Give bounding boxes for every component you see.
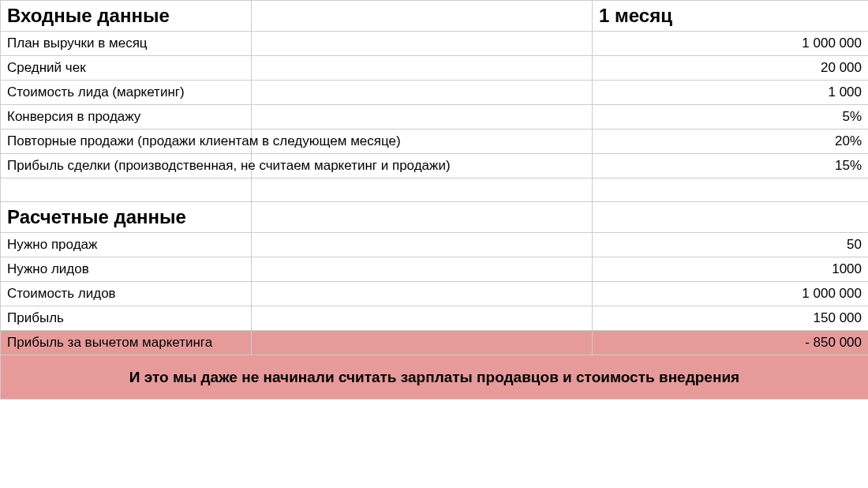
row-value[interactable]: 1 000 000 xyxy=(593,282,869,306)
table-row: Прибыль 150 000 xyxy=(1,306,869,331)
table-row: Нужно продаж 50 xyxy=(1,233,869,257)
row-label[interactable]: Стоимость лида (маркетинг) xyxy=(1,81,252,105)
row-label[interactable]: Повторные продажи (продажи клиентам в сл… xyxy=(1,130,252,154)
highlight-row: Прибыль за вычетом маркетинга - 850 000 xyxy=(1,331,869,355)
empty-row xyxy=(1,178,869,202)
row-value[interactable]: 15% xyxy=(593,154,869,178)
cell-empty[interactable] xyxy=(593,178,869,202)
footer-row: И это мы даже не начинали считать зарпла… xyxy=(1,355,869,400)
highlight-label[interactable]: Прибыль за вычетом маркетинга xyxy=(1,331,252,355)
month-label-cell[interactable]: 1 месяц xyxy=(593,1,869,32)
table-row: Конверсия в продажу 5% xyxy=(1,105,869,130)
calc-header-cell[interactable]: Расчетные данные xyxy=(1,202,252,233)
row-value[interactable]: 20% xyxy=(593,130,869,154)
row-value[interactable]: 150 000 xyxy=(593,306,869,331)
input-header-row: Входные данные 1 месяц xyxy=(1,1,869,32)
table-row: Стоимость лида (маркетинг) 1 000 xyxy=(1,81,869,105)
table-row: Стоимость лидов 1 000 000 xyxy=(1,282,869,306)
spreadsheet-table: Входные данные 1 месяц План выручки в ме… xyxy=(0,0,868,400)
cell-empty[interactable] xyxy=(1,178,252,202)
row-label[interactable]: Прибыль сделки (производственная, не счи… xyxy=(1,154,252,178)
table-row: Прибыль сделки (производственная, не счи… xyxy=(1,154,869,178)
cell-empty[interactable] xyxy=(252,282,593,306)
row-label[interactable]: Прибыль xyxy=(1,306,252,331)
cell-empty[interactable] xyxy=(252,81,593,105)
row-label[interactable]: Стоимость лидов xyxy=(1,282,252,306)
calc-header-row: Расчетные данные xyxy=(1,202,869,233)
row-label[interactable]: Средний чек xyxy=(1,56,252,81)
cell-empty[interactable] xyxy=(252,105,593,130)
table-row: Нужно лидов 1000 xyxy=(1,257,869,282)
row-value[interactable]: 1 000 000 xyxy=(593,32,869,56)
row-value[interactable]: 1 000 xyxy=(593,81,869,105)
cell-empty[interactable] xyxy=(252,233,593,257)
cell-empty[interactable] xyxy=(252,178,593,202)
row-value[interactable]: 1000 xyxy=(593,257,869,282)
input-header-cell[interactable]: Входные данные xyxy=(1,1,252,32)
cell-empty[interactable] xyxy=(593,202,869,233)
row-label[interactable]: Нужно лидов xyxy=(1,257,252,282)
footer-note[interactable]: И это мы даже не начинали считать зарпла… xyxy=(1,355,869,400)
row-value[interactable]: 20 000 xyxy=(593,56,869,81)
table-row: Повторные продажи (продажи клиентам в сл… xyxy=(1,130,869,154)
row-label[interactable]: План выручки в месяц xyxy=(1,32,252,56)
row-value[interactable]: 5% xyxy=(593,105,869,130)
cell-empty[interactable] xyxy=(252,32,593,56)
cell-empty[interactable] xyxy=(252,202,593,233)
cell-empty[interactable] xyxy=(252,257,593,282)
cell-empty[interactable] xyxy=(252,56,593,81)
highlight-value[interactable]: - 850 000 xyxy=(593,331,869,355)
cell-empty[interactable] xyxy=(252,306,593,331)
cell-empty[interactable] xyxy=(252,331,593,355)
row-label[interactable]: Конверсия в продажу xyxy=(1,105,252,130)
table-row: План выручки в месяц 1 000 000 xyxy=(1,32,869,56)
row-label[interactable]: Нужно продаж xyxy=(1,233,252,257)
table-row: Средний чек 20 000 xyxy=(1,56,869,81)
cell-empty[interactable] xyxy=(252,1,593,32)
row-value[interactable]: 50 xyxy=(593,233,869,257)
